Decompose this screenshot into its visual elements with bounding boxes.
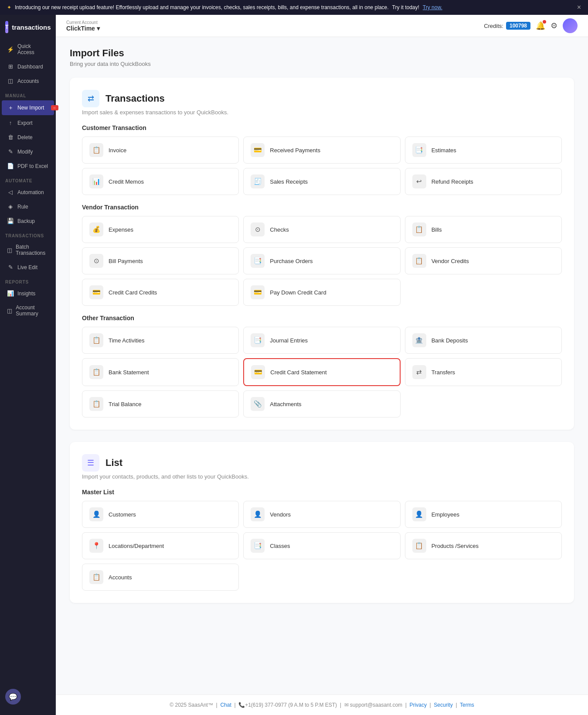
footer-privacy-link[interactable]: Privacy	[410, 702, 427, 708]
bill-payments-icon: ⊙	[89, 254, 103, 268]
insights-icon: 📊	[7, 290, 14, 297]
banner-text: Introducing our new receipt upload featu…	[15, 4, 389, 10]
classes-icon: 📑	[251, 539, 265, 553]
sidebar-item-accounts[interactable]: ◫ Accounts	[2, 74, 54, 88]
item-journal-entries[interactable]: 📑 Journal Entries	[243, 327, 400, 354]
copyright: © 2025 SaasAnt™	[170, 702, 213, 708]
accounts-list-icon: 📋	[89, 570, 103, 584]
sidebar-item-new-import[interactable]: ＋ New Import ←	[2, 100, 54, 115]
journal-entries-icon: 📑	[251, 333, 265, 347]
item-bill-payments[interactable]: ⊙ Bill Payments	[82, 247, 239, 274]
sidebar-item-live-edit[interactable]: ✎ Live Edit	[2, 260, 54, 274]
item-transfers[interactable]: ⇄ Transfers	[405, 358, 562, 386]
item-expenses[interactable]: 💰 Expenses	[82, 216, 239, 243]
item-bank-deposits[interactable]: 🏦 Bank Deposits	[405, 327, 562, 354]
trial-balance-icon: 📋	[89, 397, 103, 411]
item-attachments[interactable]: 📎 Attachments	[243, 390, 400, 417]
item-employees[interactable]: 👤 Employees	[405, 501, 562, 528]
credits-label: Credits:	[484, 23, 503, 29]
avatar[interactable]	[563, 18, 578, 33]
vendor-credits-icon: 📋	[412, 254, 426, 268]
item-received-payments[interactable]: 💳 Received Payments	[243, 137, 400, 164]
sidebar: T transactions ⚡ Quick Access ⊞ Dashboar…	[0, 15, 56, 715]
sidebar-item-label: Batch Transactions	[16, 244, 49, 256]
sidebar-item-label: Live Edit	[17, 264, 37, 270]
item-time-activities[interactable]: 📋 Time Activities	[82, 327, 239, 354]
item-trial-balance[interactable]: 📋 Trial Balance	[82, 390, 239, 417]
main-content: Import Files Bring your data into QuickB…	[56, 37, 588, 694]
settings-button[interactable]: ⚙	[551, 21, 557, 31]
sidebar-item-delete[interactable]: 🗑 Delete	[2, 130, 54, 144]
item-accounts-list[interactable]: 📋 Accounts	[82, 564, 239, 591]
item-locations-department[interactable]: 📍 Locations/Department	[82, 532, 239, 559]
item-sales-receipts[interactable]: 🧾 Sales Receipts	[243, 168, 400, 195]
sidebar-item-pdf-to-excel[interactable]: 📄 PDF to Excel	[2, 159, 54, 173]
item-label: Sales Receipts	[270, 178, 308, 185]
sidebar-item-label: Account Summary	[16, 304, 49, 317]
close-icon[interactable]: ×	[577, 3, 581, 11]
item-credit-card-statement[interactable]: 💳 Credit Card Statement	[243, 358, 400, 386]
item-label: Attachments	[270, 401, 301, 407]
bills-icon: 📋	[412, 222, 426, 236]
vendors-icon: 👤	[251, 507, 265, 521]
item-invoice[interactable]: 📋 Invoice	[82, 137, 239, 164]
master-list-grid: 👤 Customers 👤 Vendors 👤 Employees 📍 Loca…	[82, 501, 562, 591]
footer-security-link[interactable]: Security	[434, 702, 452, 708]
sidebar-item-dashboard[interactable]: ⊞ Dashboard	[2, 60, 54, 73]
item-credit-card-credits[interactable]: 💳 Credit Card Credits	[82, 279, 239, 306]
item-refund-receipts[interactable]: ↩ Refund Receipts	[405, 168, 562, 195]
expenses-icon: 💰	[89, 222, 103, 236]
sidebar-item-account-summary[interactable]: ◫ Account Summary	[2, 301, 54, 320]
export-icon: ↑	[7, 120, 14, 126]
sparkle-icon: ✦	[7, 4, 11, 10]
item-customers[interactable]: 👤 Customers	[82, 501, 239, 528]
transactions-section-title: Transactions	[105, 93, 165, 104]
cc-statement-icon: 💳	[251, 365, 265, 379]
vendor-items-grid: 💰 Expenses ⊙ Checks 📋 Bills ⊙ Bill Payme…	[82, 216, 562, 306]
item-credit-memos[interactable]: 📊 Credit Memos	[82, 168, 239, 195]
sidebar-item-backup[interactable]: 💾 Backup	[2, 214, 54, 228]
quick-access-icon: ⚡	[7, 46, 14, 53]
notification-dot	[543, 20, 546, 24]
invoice-icon: 📋	[89, 143, 103, 157]
item-bank-statement[interactable]: 📋 Bank Statement	[82, 358, 239, 386]
main-header: Current Account ClickTime ▾ Credits: 100…	[56, 15, 588, 37]
item-products-services[interactable]: 📋 Products /Services	[405, 532, 562, 559]
banner-link[interactable]: Try now.	[423, 4, 442, 10]
sidebar-item-quick-access[interactable]: ⚡ Quick Access	[2, 40, 54, 59]
sidebar-item-rule[interactable]: ◈ Rule	[2, 200, 54, 213]
item-vendor-credits[interactable]: 📋 Vendor Credits	[405, 247, 562, 274]
footer-chat-link[interactable]: Chat	[220, 702, 231, 708]
item-classes[interactable]: 📑 Classes	[243, 532, 400, 559]
account-selector[interactable]: Current Account ClickTime ▾	[66, 20, 100, 32]
item-estimates[interactable]: 📑 Estimates	[405, 137, 562, 164]
customer-transaction-label: Customer Transaction	[82, 124, 562, 131]
item-bills[interactable]: 📋 Bills	[405, 216, 562, 243]
item-label: Journal Entries	[270, 337, 308, 344]
footer-phone: 📞+1(619) 377-0977 (9 A.M to 5 P.M EST)	[238, 702, 337, 708]
item-vendors[interactable]: 👤 Vendors	[243, 501, 400, 528]
notifications-button[interactable]: 🔔	[536, 21, 545, 31]
item-purchase-orders[interactable]: 📑 Purchase Orders	[243, 247, 400, 274]
item-checks[interactable]: ⊙ Checks	[243, 216, 400, 243]
attachments-icon: 📎	[251, 397, 265, 411]
item-label: Pay Down Credit Card	[270, 289, 326, 296]
account-name-text: ClickTime	[66, 25, 95, 32]
sidebar-item-automation[interactable]: ◁ Automation	[2, 185, 54, 199]
item-label: Vendor Credits	[432, 258, 469, 264]
item-label: Checks	[270, 226, 289, 233]
chat-button[interactable]: 💬	[5, 689, 21, 705]
sidebar-item-export[interactable]: ↑ Export	[2, 116, 54, 130]
sidebar-item-insights[interactable]: 📊 Insights	[2, 287, 54, 300]
footer-terms-link[interactable]: Terms	[460, 702, 474, 708]
item-label: Bills	[432, 226, 442, 233]
bank-statement-icon: 📋	[89, 365, 103, 379]
item-pay-down-credit-card[interactable]: 💳 Pay Down Credit Card	[243, 279, 400, 306]
list-section-desc: Import your contacts, products, and othe…	[82, 473, 562, 480]
page-subtitle: Bring your data into QuickBooks	[70, 61, 574, 67]
sidebar-item-batch-transactions[interactable]: ◫ Batch Transactions	[2, 240, 54, 260]
delete-icon: 🗑	[7, 134, 14, 140]
sidebar-item-modify[interactable]: ✎ Modify	[2, 145, 54, 158]
item-label: Products /Services	[432, 543, 479, 549]
account-name-dropdown[interactable]: ClickTime ▾	[66, 25, 100, 32]
